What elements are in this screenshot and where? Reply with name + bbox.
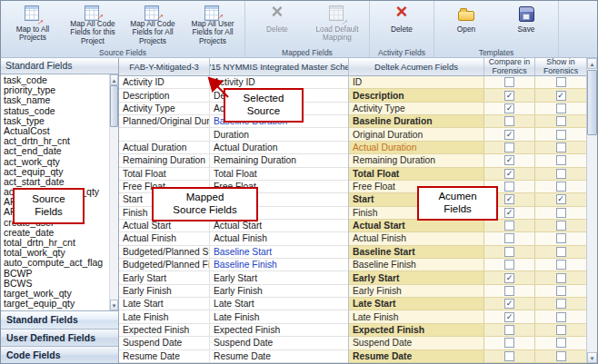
mapped-cell-source2[interactable]: Actual Finish bbox=[210, 232, 348, 244]
mapped-cell-source1[interactable]: Resume Date bbox=[119, 350, 210, 362]
show-checkbox[interactable] bbox=[556, 208, 566, 218]
show-checkbox[interactable] bbox=[556, 182, 566, 192]
source-field-item[interactable]: task_code bbox=[1, 75, 109, 85]
mapped-cell-source2[interactable]: Activity ID bbox=[210, 76, 348, 88]
compare-checkbox[interactable] bbox=[504, 116, 514, 126]
compare-checkbox[interactable]: ✓ bbox=[504, 91, 514, 101]
mapped-cell-source2[interactable]: Late Start bbox=[210, 298, 348, 310]
scroll-down-icon[interactable] bbox=[110, 300, 118, 310]
source-field-item[interactable]: act_equip_qty bbox=[1, 167, 109, 177]
compare-checkbox[interactable] bbox=[504, 143, 514, 152]
source-field-item[interactable]: BCWS bbox=[1, 279, 109, 289]
compare-checkbox[interactable] bbox=[504, 182, 514, 192]
compare-checkbox[interactable] bbox=[504, 221, 514, 231]
show-checkbox[interactable] bbox=[556, 325, 566, 335]
show-checkbox[interactable] bbox=[556, 338, 566, 348]
source-field-item[interactable]: priority_type bbox=[1, 85, 109, 95]
mapped-cell-source1[interactable]: Budgeted/Planned Finish bbox=[119, 259, 210, 271]
source2-column-header[interactable]: 040715 NYMMIS Integrated Master Schedule bbox=[210, 58, 348, 76]
compare-checkbox[interactable] bbox=[504, 247, 514, 257]
mapped-cell-source2[interactable]: Early Start bbox=[210, 271, 348, 283]
source-field-item[interactable]: act_drtn_hr_cnt bbox=[1, 136, 109, 146]
mapped-cell-source1[interactable]: Late Start bbox=[119, 298, 210, 310]
source-field-item[interactable]: task_type bbox=[1, 116, 109, 126]
scroll-down-icon[interactable] bbox=[587, 352, 597, 363]
compare-checkbox[interactable]: ✓ bbox=[504, 194, 514, 204]
map-to-all-projects-button[interactable]: Map to All Projects bbox=[3, 2, 63, 47]
compare-checkbox[interactable]: ✓ bbox=[504, 312, 514, 322]
source-field-item[interactable]: task_name bbox=[1, 95, 109, 105]
compare-checkbox[interactable] bbox=[504, 338, 514, 348]
mapped-cell-source1[interactable]: Planned/Original Duration bbox=[119, 115, 210, 127]
map-all-user-fields-for-all-projects-button[interactable]: Map All User Fields for All Projects bbox=[183, 2, 243, 47]
show-checkbox[interactable] bbox=[556, 299, 566, 309]
code-fields-button[interactable]: Code Fields bbox=[1, 346, 118, 363]
source-list-scrollbar[interactable] bbox=[109, 74, 118, 310]
vertical-scrollbar[interactable] bbox=[586, 58, 597, 363]
source-field-item[interactable]: total_work_qty bbox=[1, 248, 109, 258]
mapped-cell-source1[interactable]: Actual Duration bbox=[119, 142, 210, 153]
show-checkbox[interactable] bbox=[556, 247, 566, 257]
mapped-cell-source2[interactable]: Baseline Finish bbox=[210, 259, 348, 271]
mapped-cell-source1[interactable]: Early Start bbox=[119, 271, 210, 283]
scrollbar-thumb[interactable] bbox=[110, 85, 118, 127]
mapped-cell-source1[interactable]: Activity Type bbox=[119, 103, 210, 114]
mapped-cell-source2[interactable]: Expected Finish bbox=[210, 324, 348, 336]
mapped-cell-source1[interactable]: Budgeted/Planned Start bbox=[119, 246, 210, 258]
mapped-cell-source2[interactable]: Actual Duration bbox=[210, 142, 348, 153]
compare-checkbox[interactable]: ✓ bbox=[504, 273, 514, 283]
mapped-cell-source1[interactable]: Early Finish bbox=[119, 285, 210, 297]
source-field-item[interactable]: act_work_qty bbox=[1, 157, 109, 167]
mapped-cell-source1[interactable]: Suspend Date bbox=[119, 337, 210, 349]
source-field-item[interactable]: create_date bbox=[1, 228, 109, 238]
show-checkbox[interactable] bbox=[556, 221, 566, 231]
show-checkbox[interactable] bbox=[556, 351, 566, 361]
show-checkbox[interactable] bbox=[556, 286, 566, 296]
mapped-cell-source1[interactable] bbox=[119, 128, 210, 140]
map-all-code-fields-for-all-projects-button[interactable]: Map All Code Fields for All Projects bbox=[123, 2, 183, 47]
show-checkbox[interactable]: ✓ bbox=[556, 194, 566, 204]
source-field-item[interactable]: ActualCost bbox=[1, 126, 109, 136]
compare-checkbox[interactable]: ✓ bbox=[504, 155, 514, 165]
compare-checkbox[interactable] bbox=[504, 77, 514, 87]
show-checkbox[interactable] bbox=[556, 169, 566, 179]
source-field-item[interactable]: act_end_date bbox=[1, 146, 109, 156]
source-field-item[interactable]: target_work_qty bbox=[1, 289, 109, 299]
map-all-code-fields-for-this-project-button[interactable]: Map All Code Fields for this Project bbox=[63, 2, 123, 47]
compare-checkbox[interactable] bbox=[504, 233, 514, 243]
source-field-item[interactable]: auto_compute_act_flag bbox=[1, 258, 109, 268]
show-checkbox[interactable]: ✓ bbox=[556, 91, 566, 101]
show-checkbox[interactable] bbox=[556, 103, 566, 113]
scrollbar-thumb[interactable] bbox=[587, 70, 597, 135]
compare-checkbox[interactable] bbox=[504, 286, 514, 296]
show-checkbox[interactable] bbox=[556, 233, 566, 243]
compare-checkbox[interactable]: ✓ bbox=[504, 130, 514, 140]
load-default-mapping-button[interactable]: Load Default Mapping bbox=[307, 2, 367, 47]
mapped-cell-source2[interactable]: Resume Date bbox=[210, 350, 348, 362]
compare-checkbox[interactable]: ✓ bbox=[504, 208, 514, 218]
user-defined-fields-button[interactable]: User Defined Fields bbox=[1, 329, 118, 346]
mapped-cell-source1[interactable]: Activity ID bbox=[119, 76, 210, 88]
open-button[interactable]: Open bbox=[436, 2, 496, 47]
source1-column-header[interactable]: FAB-Y-Mitigated-3 bbox=[119, 58, 210, 76]
scroll-up-icon[interactable] bbox=[110, 74, 118, 85]
delete-button[interactable]: Delete bbox=[247, 2, 307, 47]
delete-button[interactable]: Delete bbox=[372, 2, 432, 47]
compare-checkbox[interactable] bbox=[504, 260, 514, 270]
mapped-cell-source1[interactable]: Total Float bbox=[119, 168, 210, 180]
mapped-cell-source1[interactable]: Description bbox=[119, 89, 210, 101]
show-checkbox[interactable] bbox=[556, 77, 566, 87]
show-checkbox[interactable] bbox=[556, 143, 566, 152]
mapped-cell-source2[interactable]: Suspend Date bbox=[210, 337, 348, 349]
mapped-cell-source1[interactable]: Late Finish bbox=[119, 310, 210, 322]
mapped-cell-source1[interactable]: Remaining Duration bbox=[119, 154, 210, 166]
source-field-item[interactable]: status_code bbox=[1, 106, 109, 116]
compare-checkbox[interactable]: ✓ bbox=[504, 169, 514, 179]
compare-checkbox[interactable]: ✓ bbox=[504, 103, 514, 113]
show-checkbox[interactable] bbox=[556, 273, 566, 283]
show-checkbox[interactable] bbox=[556, 312, 566, 322]
mapped-cell-source1[interactable]: Expected Finish bbox=[119, 324, 210, 336]
scroll-up-icon[interactable] bbox=[587, 58, 597, 69]
standard-fields-button[interactable]: Standard Fields bbox=[1, 311, 118, 329]
show-checkbox[interactable] bbox=[556, 155, 566, 165]
